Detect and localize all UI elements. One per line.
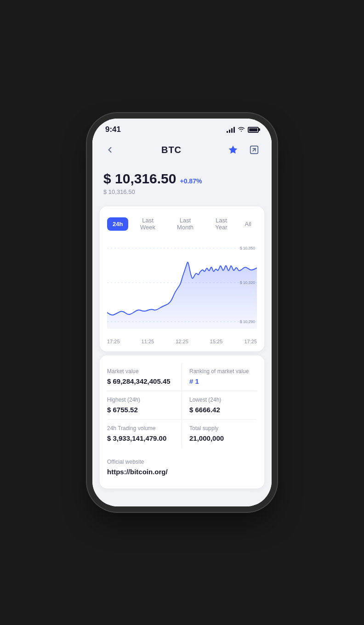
- chart-label-2: 12:25: [176, 339, 188, 344]
- tab-all[interactable]: All: [239, 217, 257, 231]
- stat-label-market-value: Market value: [107, 368, 174, 375]
- battery-icon: [248, 127, 259, 133]
- stat-website: Official website https://bitcoin.org/: [107, 453, 257, 481]
- favorite-button[interactable]: [225, 142, 241, 158]
- wifi-icon: [238, 126, 245, 133]
- stat-value-highest: $ 6755.52: [107, 406, 174, 414]
- status-time: 9:41: [105, 125, 121, 134]
- tab-last-week[interactable]: Last Week: [130, 214, 165, 234]
- stat-label-total-supply: Total supply: [189, 425, 257, 432]
- stat-label-highest: Highest (24h): [107, 397, 174, 403]
- nav-actions: [225, 142, 262, 158]
- page-title: BTC: [161, 145, 182, 155]
- stat-value-total-supply: 21,000,000: [189, 434, 257, 442]
- price-section: $ 10,316.50 +0.87% $ 10,316.50: [92, 164, 272, 203]
- time-tabs: 24h Last Week Last Month Last Year All: [107, 214, 257, 234]
- chart-label-1: 11:25: [142, 339, 154, 344]
- main-content: BTC $ 10,316.50: [92, 138, 272, 506]
- tab-24h[interactable]: 24h: [107, 217, 128, 231]
- svg-marker-0: [229, 146, 237, 153]
- chart-label-3: 15:25: [210, 339, 223, 344]
- stat-value-trading-volume: $ 3,933,141,479.00: [107, 434, 174, 442]
- stat-label-lowest: Lowest (24h): [189, 397, 257, 403]
- tab-last-year[interactable]: Last Year: [205, 214, 237, 234]
- stat-label-ranking: Ranking of market value: [189, 368, 257, 375]
- stat-lowest: Lowest (24h) $ 6666.42: [182, 391, 257, 420]
- chart-time-labels: 17:25 11:25 12:25 15:25 17:25: [107, 337, 257, 344]
- stat-ranking: Ranking of market value # 1: [182, 363, 257, 391]
- stat-market-value: Market value $ 69,284,342,405.45: [107, 363, 182, 391]
- status-icons: [227, 126, 259, 133]
- stat-value-ranking: # 1: [189, 377, 257, 385]
- website-label: Official website: [107, 459, 257, 465]
- chart-svg: $ 10,350 $ 10,320 $ 10,290: [107, 241, 257, 333]
- price-sub: $ 10,316.50: [103, 188, 261, 195]
- tab-last-month[interactable]: Last Month: [167, 214, 204, 234]
- stat-value-lowest: $ 6666.42: [189, 406, 257, 414]
- price-change: +0.87%: [180, 177, 202, 185]
- website-link[interactable]: https://bitcoin.org/: [107, 468, 257, 476]
- signal-icon: [227, 126, 235, 133]
- status-bar: 9:41: [92, 119, 272, 138]
- stats-card: Market value $ 69,284,342,405.45 Ranking…: [100, 355, 264, 489]
- website-section: Official website https://bitcoin.org/: [107, 448, 257, 481]
- price-value: $ 10,316.50: [103, 171, 176, 187]
- chart-card: 24h Last Week Last Month Last Year All: [100, 206, 264, 352]
- price-main: $ 10,316.50 +0.87%: [103, 171, 261, 187]
- stat-trading-volume: 24h Trading volume $ 3,933,141,479.00: [107, 420, 182, 448]
- price-chart: $ 10,350 $ 10,320 $ 10,290: [107, 241, 257, 333]
- chart-label-4: 17:25: [244, 339, 257, 344]
- stat-total-supply: Total supply 21,000,000: [182, 420, 257, 448]
- stat-value-market-value: $ 69,284,342,405.45: [107, 377, 174, 385]
- stat-label-trading-volume: 24h Trading volume: [107, 425, 174, 432]
- stats-grid: Market value $ 69,284,342,405.45 Ranking…: [107, 363, 257, 448]
- nav-bar: BTC: [92, 138, 272, 164]
- svg-text:$ 10,350: $ 10,350: [240, 246, 256, 250]
- chart-label-0: 17:25: [107, 339, 120, 344]
- share-button[interactable]: [246, 142, 262, 158]
- back-button[interactable]: [102, 142, 118, 158]
- stat-highest: Highest (24h) $ 6755.52: [107, 391, 182, 420]
